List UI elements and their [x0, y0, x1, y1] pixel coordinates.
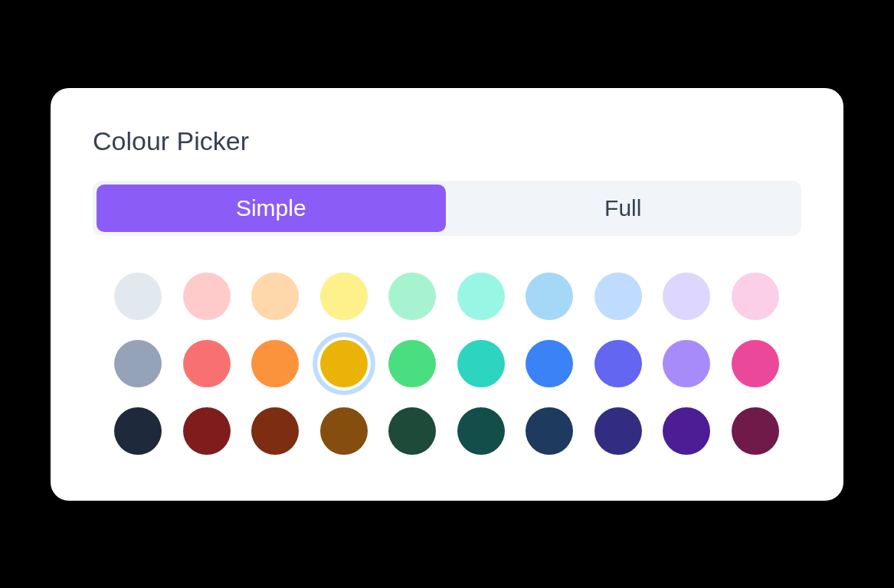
tab-full[interactable]: Full [449, 185, 798, 232]
colour-swatch[interactable] [663, 407, 710, 455]
colour-swatch[interactable] [320, 273, 368, 320]
colour-swatch[interactable] [183, 407, 231, 455]
colour-swatch[interactable] [251, 340, 299, 387]
colour-swatch[interactable] [457, 340, 505, 387]
tab-group: Simple Full [93, 181, 801, 236]
colour-swatch[interactable] [114, 407, 162, 455]
colour-swatch[interactable] [183, 273, 231, 320]
colour-swatch[interactable] [732, 273, 779, 320]
colour-swatch[interactable] [457, 273, 505, 320]
colour-swatch[interactable] [114, 340, 162, 387]
page-title: Colour Picker [93, 126, 801, 156]
colour-swatch[interactable] [594, 273, 642, 320]
colour-swatch[interactable] [594, 340, 642, 387]
colour-swatch[interactable] [457, 407, 505, 455]
colour-swatch[interactable] [320, 340, 368, 387]
colour-swatch[interactable] [663, 273, 710, 320]
colour-swatch[interactable] [183, 340, 231, 387]
colour-picker-card: Colour Picker Simple Full [51, 88, 843, 501]
colour-swatch[interactable] [732, 340, 779, 387]
colour-swatch[interactable] [251, 273, 299, 320]
colour-swatch[interactable] [251, 407, 299, 455]
tab-simple[interactable]: Simple [97, 185, 446, 232]
swatch-grid [93, 273, 801, 455]
colour-swatch[interactable] [526, 407, 573, 455]
colour-swatch[interactable] [732, 407, 779, 455]
colour-swatch[interactable] [526, 273, 573, 320]
colour-swatch[interactable] [114, 273, 162, 320]
colour-swatch[interactable] [594, 407, 642, 455]
colour-swatch[interactable] [320, 407, 368, 455]
colour-swatch[interactable] [388, 340, 436, 387]
colour-swatch[interactable] [663, 340, 710, 387]
colour-swatch[interactable] [388, 273, 436, 320]
colour-swatch[interactable] [388, 407, 436, 455]
colour-swatch[interactable] [526, 340, 573, 387]
